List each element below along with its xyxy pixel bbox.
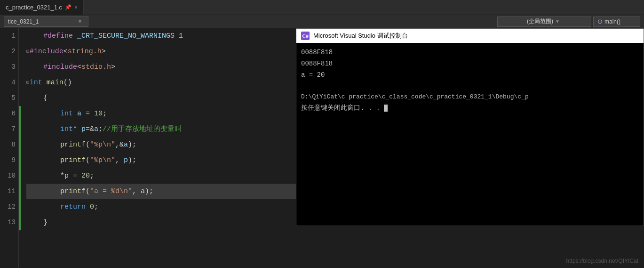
line-num: 10	[0, 168, 16, 184]
console-line-4	[301, 81, 639, 92]
tab-bar: c_practice_0321_1.c 📌 ×	[0, 0, 644, 15]
console-prompt: 按任意键关闭此窗口. . .	[301, 102, 639, 114]
console-line-2: 0088F818	[301, 58, 639, 69]
line-num: 3	[0, 59, 16, 75]
pin-icon[interactable]: 📌	[65, 4, 72, 10]
line-num: 5	[0, 90, 16, 106]
scope-selector[interactable]: tice_0321_1 ▼	[4, 16, 88, 27]
line-num: 9	[0, 153, 16, 168]
global-scope-label: (全局范围)	[527, 17, 553, 25]
function-selector[interactable]: ⊙ main()	[593, 16, 640, 27]
console-window[interactable]: C# Microsoft Visual Studio 调试控制台 0088F81…	[296, 28, 644, 226]
console-line-1: 0088F818	[301, 47, 639, 58]
scope-label: tice_0321_1	[8, 18, 39, 25]
line-num: 6	[0, 106, 16, 122]
line-num: 12	[0, 199, 16, 215]
global-scope-selector[interactable]: (全局范围) ▼	[497, 16, 591, 27]
line-num: 13	[0, 215, 16, 230]
console-titlebar: C# Microsoft Visual Studio 调试控制台	[296, 29, 644, 43]
global-arrow: ▼	[553, 19, 562, 24]
func-icon: ⊙	[597, 18, 603, 25]
editor-area: 1 2 3 4 5 6 7 8 9 10 11 12 13 #defi	[0, 28, 644, 268]
console-path: D:\QiYiCat\c practice\c_class_code\c_pra…	[301, 92, 639, 102]
console-title: Microsoft Visual Studio 调试控制台	[313, 32, 408, 40]
console-cursor	[384, 105, 388, 112]
line-num: 4	[0, 75, 16, 90]
console-app-icon: C#	[301, 32, 310, 40]
scope-arrow: ▼	[76, 19, 84, 24]
line-num: 8	[0, 137, 16, 153]
console-body: 0088F818 0088F818 a = 20 D:\QiYiCat\c pr…	[296, 43, 644, 226]
line-num: 1	[0, 28, 16, 44]
tab-label: c_practice_0321_1.c	[6, 4, 62, 11]
line-num: 7	[0, 122, 16, 137]
line-num: 11	[0, 184, 16, 199]
line-numbers: 1 2 3 4 5 6 7 8 9 10 11 12 13	[0, 28, 19, 268]
toolbar: tice_0321_1 ▼ (全局范围) ▼ ⊙ main()	[0, 15, 644, 28]
line-num: 2	[0, 44, 16, 59]
file-tab[interactable]: c_practice_0321_1.c 📌 ×	[0, 0, 84, 15]
close-icon[interactable]: ×	[74, 4, 78, 11]
watermark: https://blog.csdn.net/QIYICat	[566, 258, 638, 264]
console-line-3: a = 20	[301, 69, 639, 81]
func-label: main()	[604, 18, 620, 25]
